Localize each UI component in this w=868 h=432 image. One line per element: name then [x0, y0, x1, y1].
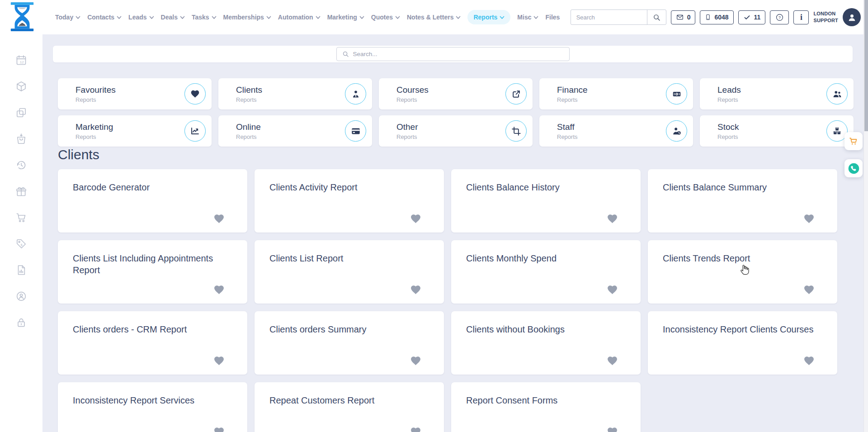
category-card-finance[interactable]: Finance Reports: [539, 78, 693, 109]
svg-text:?: ?: [778, 15, 781, 19]
nav-item-notes-letters[interactable]: Notes & Letters: [407, 14, 461, 21]
report-card-clients-balance-history[interactable]: Clients Balance History: [451, 169, 641, 233]
sidebar-shopping-bag-icon[interactable]: [15, 133, 27, 145]
nav-item-misc[interactable]: Misc: [517, 14, 538, 21]
report-card-inconsistency-report-clients-courses[interactable]: Inconsistency Report Clients Courses: [648, 311, 837, 375]
report-card-clients-activity-report[interactable]: Clients Activity Report: [255, 169, 444, 233]
user-avatar[interactable]: [843, 8, 861, 26]
scrollbar-thumb[interactable]: [864, 0, 868, 131]
search-icon: [342, 51, 349, 57]
crop-icon: [505, 120, 527, 142]
nav-label: Quotes: [371, 14, 393, 21]
report-card-clients-without-bookings[interactable]: Clients without Bookings: [451, 311, 641, 375]
sidebar-calendar-icon[interactable]: 12: [15, 54, 27, 66]
favourite-heart-icon[interactable]: [803, 213, 815, 224]
search-button[interactable]: [647, 10, 666, 24]
reports-search-input[interactable]: [353, 51, 564, 57]
report-card-clients-list-including-appointments-report[interactable]: Clients List Including Appointments Repo…: [58, 240, 247, 304]
nav-label: Marketing: [327, 14, 357, 21]
category-card-stock[interactable]: Stock Reports: [700, 115, 854, 147]
favourite-heart-icon[interactable]: [213, 213, 225, 224]
svg-text:12: 12: [20, 60, 24, 64]
sidebar-account-sync-icon[interactable]: [15, 290, 27, 302]
sidebar-lock-icon[interactable]: [15, 317, 27, 328]
report-card-repeat-customers-report[interactable]: Repeat Customers Report: [255, 382, 444, 432]
sidebar-price-tag-icon[interactable]: $: [15, 238, 27, 250]
category-card-clients[interactable]: Clients Reports: [218, 78, 372, 109]
nav-label: Automation: [278, 14, 313, 21]
nav-item-automation[interactable]: Automation: [278, 14, 321, 21]
messages-counter-button[interactable]: 0: [671, 10, 696, 24]
report-title: Inconsistency Report Services: [73, 394, 232, 406]
report-title: Inconsistency Report Clients Courses: [663, 323, 822, 335]
category-card-staff[interactable]: Staff Reports: [539, 115, 693, 147]
sidebar-cart-icon[interactable]: [15, 212, 27, 223]
svg-text:$: $: [20, 243, 23, 247]
category-card-marketing[interactable]: Marketing Reports: [58, 115, 212, 147]
favourite-heart-icon[interactable]: [213, 355, 225, 366]
category-card-leads[interactable]: Leads Reports: [700, 78, 854, 109]
favourite-heart-icon[interactable]: [803, 284, 815, 295]
vertical-scrollbar[interactable]: [863, 0, 868, 432]
chevron-down-icon: [359, 16, 364, 19]
person-icon: [847, 12, 857, 23]
nav-label: Reports: [473, 14, 497, 21]
report-card-clients-orders-summary[interactable]: Clients orders Summary: [255, 311, 444, 375]
report-title: Report Consent Forms: [466, 394, 625, 406]
nav-item-reports[interactable]: Reports: [467, 10, 510, 24]
category-card-other[interactable]: Other Reports: [379, 115, 533, 147]
section-title: Clients: [58, 147, 99, 162]
report-card-clients-monthly-spend[interactable]: Clients Monthly Spend: [451, 240, 641, 304]
favourite-heart-icon[interactable]: [213, 284, 225, 295]
report-card-clients-list-report[interactable]: Clients List Report: [255, 240, 444, 304]
floating-phone-button[interactable]: [844, 159, 863, 177]
favourite-heart-icon[interactable]: [410, 284, 421, 295]
left-sidebar: 12 $: [0, 34, 42, 432]
category-card-online[interactable]: Online Reports: [218, 115, 372, 147]
favourite-heart-icon[interactable]: [607, 426, 618, 432]
report-card-clients-balance-summary[interactable]: Clients Balance Summary: [648, 169, 837, 233]
nav-item-tasks[interactable]: Tasks: [192, 14, 217, 21]
sidebar-copies-icon[interactable]: [15, 107, 27, 119]
favourite-heart-icon[interactable]: [410, 355, 421, 366]
nav-item-today[interactable]: Today: [55, 14, 80, 21]
sidebar-report-file-icon[interactable]: [15, 264, 27, 276]
account-line2: SUPPORT: [813, 17, 838, 24]
check-icon: [743, 14, 751, 21]
report-card-report-consent-forms[interactable]: Report Consent Forms: [451, 382, 641, 432]
favourite-heart-icon[interactable]: [803, 355, 815, 366]
phone-counter-button[interactable]: 6048: [700, 10, 733, 24]
favourite-heart-icon[interactable]: [410, 426, 421, 432]
report-card-inconsistency-report-services[interactable]: Inconsistency Report Services: [58, 382, 247, 432]
nav-item-marketing[interactable]: Marketing: [327, 14, 364, 21]
topbar-search-input[interactable]: [571, 10, 647, 24]
nav-item-memberships[interactable]: Memberships: [223, 14, 271, 21]
floating-cart-button[interactable]: [844, 132, 863, 150]
nav-item-leads[interactable]: Leads: [128, 14, 154, 21]
sidebar-package-icon[interactable]: [15, 81, 27, 92]
favourite-heart-icon[interactable]: [213, 426, 225, 432]
help-button[interactable]: ?: [770, 10, 789, 24]
report-card-clients-trends-report[interactable]: Clients Trends Report: [648, 240, 837, 304]
info-button[interactable]: i: [793, 10, 809, 24]
app-logo[interactable]: [8, 2, 36, 33]
chevron-down-icon: [533, 16, 538, 19]
report-card-clients-orders-crm-report[interactable]: Clients orders - CRM Report: [58, 311, 247, 375]
sidebar-history-icon[interactable]: [15, 159, 27, 171]
report-title: Clients List Report: [269, 252, 429, 264]
tasks-counter-button[interactable]: 11: [738, 10, 766, 24]
nav-item-quotes[interactable]: Quotes: [371, 14, 400, 21]
nav-item-files[interactable]: Files: [545, 14, 560, 21]
category-card-courses[interactable]: Courses Reports: [379, 78, 533, 109]
favourite-heart-icon[interactable]: [607, 284, 618, 295]
favourite-heart-icon[interactable]: [607, 355, 618, 366]
nav-item-deals[interactable]: Deals: [161, 14, 185, 21]
favourite-heart-icon[interactable]: [410, 213, 421, 224]
category-card-favourites[interactable]: Favourites Reports: [58, 78, 212, 109]
nav-item-contacts[interactable]: Contacts: [87, 14, 122, 21]
favourite-heart-icon[interactable]: [607, 213, 618, 224]
sidebar-gift-icon[interactable]: [15, 185, 27, 197]
report-card-barcode-generator[interactable]: Barcode Generator: [58, 169, 247, 233]
nav-label: Tasks: [192, 14, 209, 21]
info-icon: i: [800, 13, 802, 22]
